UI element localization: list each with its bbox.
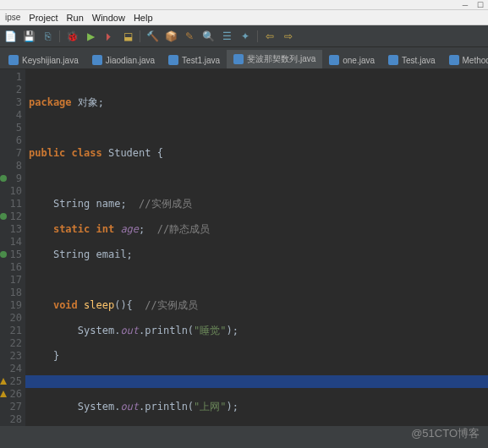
save-all-icon[interactable]: ⎘ <box>41 30 54 43</box>
java-file-icon <box>388 55 398 65</box>
code-content[interactable]: package 对象; public class Student { Strin… <box>25 69 488 426</box>
tab-test1[interactable]: Test1.java <box>162 52 227 68</box>
search-icon[interactable]: 🔍 <box>201 30 215 43</box>
tab-label: Jiaodian.java <box>106 56 155 65</box>
tab-keyshijian[interactable]: Keyshijian.java <box>2 52 85 68</box>
nav-fwd-icon[interactable]: ⇨ <box>282 30 295 43</box>
toolbar: 📄 💾 ⎘ 🐞 ▶ ⏵ ⬓ 🔨 📦 ✎ 🔍 ☰ ✦ ⇦ ⇨ <box>0 25 488 47</box>
code-area[interactable]: 12345678 91011 121314 15161718 192021222… <box>0 69 488 426</box>
java-file-icon <box>449 55 459 65</box>
tab-label: Test1.java <box>182 56 220 65</box>
tab-fibonacci[interactable]: 斐波那契数列.java <box>227 50 322 68</box>
save-icon[interactable]: 💾 <box>22 30 36 43</box>
menu-window[interactable]: Window <box>92 13 125 23</box>
debug-icon[interactable]: 🐞 <box>65 30 79 43</box>
java-file-icon <box>233 54 244 64</box>
menu-bar: ipse Project Run Window Help <box>0 10 488 25</box>
tab-label: Test.java <box>402 56 435 65</box>
tab-bar: Keyshijian.java Jiaodian.java Test1.java… <box>0 47 488 69</box>
new-icon[interactable]: 📄 <box>3 30 17 43</box>
build-icon[interactable]: 🔨 <box>145 30 159 43</box>
gutter[interactable]: 12345678 91011 121314 15161718 192021222… <box>0 69 25 426</box>
minimize-icon[interactable]: ─ <box>461 2 469 8</box>
java-file-icon <box>8 55 19 65</box>
nav-back-icon[interactable]: ⇦ <box>263 30 277 43</box>
menu-project[interactable]: Project <box>29 13 58 23</box>
toggle-icon[interactable]: ☰ <box>220 30 233 43</box>
generate-icon[interactable]: ✎ <box>183 30 196 43</box>
tab-label: 斐波那契数列.java <box>247 53 315 65</box>
run-icon[interactable]: ▶ <box>84 30 97 43</box>
watermark: @51CTO博客 <box>411 426 480 441</box>
window-chrome: ─ ☐ <box>0 0 488 10</box>
java-file-icon <box>92 55 102 65</box>
wand-icon[interactable]: ✦ <box>239 30 252 43</box>
java-file-icon <box>329 55 339 65</box>
tab-jiaodian[interactable]: Jiaodian.java <box>85 52 162 68</box>
tab-one[interactable]: one.java <box>322 52 381 68</box>
menu-help[interactable]: Help <box>134 13 153 23</box>
profile-icon[interactable]: ⏵ <box>102 30 116 43</box>
tab-test[interactable]: Test.java <box>381 52 441 68</box>
tab-label: Keyshijian.java <box>22 56 79 65</box>
package-icon[interactable]: 📦 <box>164 30 178 43</box>
tab-method[interactable]: Method.java <box>442 52 488 68</box>
title-fragment: ipse <box>5 13 20 22</box>
coverage-icon[interactable]: ⬓ <box>121 30 134 43</box>
tab-label: one.java <box>343 56 375 65</box>
java-file-icon <box>168 55 178 65</box>
maximize-icon[interactable]: ☐ <box>476 2 485 8</box>
menu-run[interactable]: Run <box>67 13 84 23</box>
editor-pane: Keyshijian.java Jiaodian.java Test1.java… <box>0 47 488 426</box>
split-pane: Keyshijian.java Jiaodian.java Test1.java… <box>0 47 488 426</box>
tab-label: Method.java <box>463 56 488 65</box>
